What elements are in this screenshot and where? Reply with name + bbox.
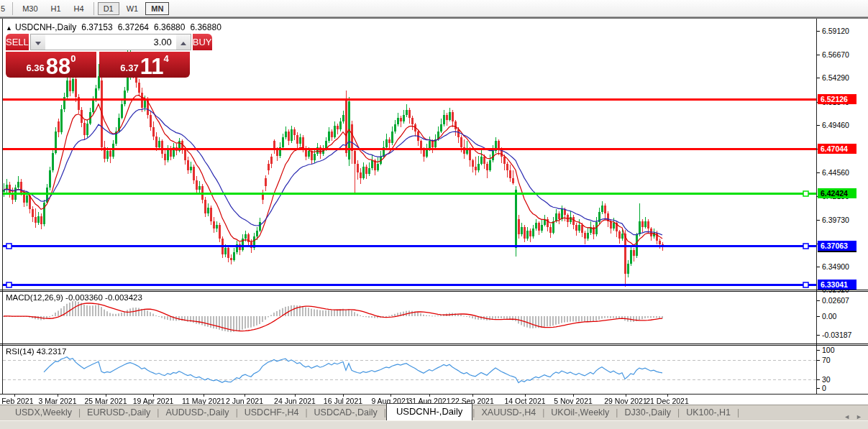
rsi-axis-tick: 70 bbox=[817, 356, 867, 364]
collapse-panel-icon[interactable]: ▲ bbox=[6, 24, 12, 32]
chart-tab-audusd-daily[interactable]: AUDUSD-,Daily bbox=[159, 405, 235, 420]
rsi-axis-tick: 30 bbox=[817, 375, 867, 384]
toolbar-separator bbox=[93, 2, 94, 15]
rsi-panel-separator-2 bbox=[0, 345, 868, 346]
date-axis-tick bbox=[153, 394, 154, 397]
macd-label: MACD(12,26,9) -0.003360 -0.003423 bbox=[6, 293, 142, 302]
date-axis-tick bbox=[14, 394, 15, 397]
tab-scroll-left-icon[interactable]: ◄ bbox=[844, 413, 850, 420]
price-axis-tick: 6.49460 bbox=[817, 121, 867, 129]
timeframe-button-5[interactable]: 5 bbox=[0, 2, 9, 15]
macd-axis-tick: 0.02607 bbox=[817, 296, 867, 305]
buy-price-main: 11 bbox=[140, 57, 164, 76]
price-axis-tick: 6.39730 bbox=[817, 216, 867, 224]
timeframe-button-D1[interactable]: D1 bbox=[98, 2, 119, 15]
sell-price-button[interactable]: 6.36 88 0 bbox=[6, 52, 96, 78]
macd-panel-separator-2 bbox=[0, 291, 868, 292]
chart-tab-ukoil-weekly[interactable]: UKOil-,Weekly bbox=[544, 405, 616, 420]
buy-price-pip: 4 bbox=[163, 53, 168, 64]
date-axis-tick bbox=[343, 394, 344, 397]
ohlc-close: 6.36880 bbox=[190, 22, 221, 32]
one-click-trading-panel: SELL BUY 6.36 88 0 6.37 11 4 bbox=[6, 34, 190, 78]
chart-title: ▲USDCNH-,Daily6.371536.372646.368806.368… bbox=[6, 22, 221, 32]
chart-tab-usdcnh-daily[interactable]: USDCNH-,Daily bbox=[386, 403, 472, 420]
date-axis-tick bbox=[245, 394, 245, 397]
date-axis-tick bbox=[573, 394, 574, 397]
sell-price-pip: 0 bbox=[70, 53, 76, 64]
date-axis-tick bbox=[295, 394, 296, 397]
chart-symbol-period: USDCNH-,Daily bbox=[15, 22, 76, 32]
level-price-label[interactable]: 6.52126 bbox=[818, 94, 856, 104]
date-axis-tick bbox=[58, 394, 58, 397]
chart-tab-eurusd-daily[interactable]: EURUSD-,Daily bbox=[81, 405, 157, 420]
volume-input[interactable] bbox=[45, 34, 176, 50]
chart-tab-usdchf-h4[interactable]: USDCHF-,H4 bbox=[238, 405, 306, 420]
macd-axis-tick: -0.03187 bbox=[817, 331, 867, 339]
level-price-label[interactable]: 6.47044 bbox=[818, 144, 856, 154]
timeframe-button-W1[interactable]: W1 bbox=[121, 2, 145, 15]
level-price-label[interactable]: 6.37063 bbox=[818, 241, 856, 251]
ohlc-open: 6.37153 bbox=[81, 22, 112, 32]
buy-price-button[interactable]: 6.37 11 4 bbox=[99, 52, 190, 78]
date-axis-tick bbox=[626, 394, 626, 397]
ohlc-low: 6.36880 bbox=[154, 22, 185, 32]
buy-button[interactable]: BUY bbox=[193, 34, 212, 50]
chart-bottom-border bbox=[0, 394, 868, 395]
buy-price-prefix: 6.37 bbox=[120, 63, 138, 73]
rsi-panel-separator[interactable] bbox=[0, 343, 868, 344]
tab-scroll-right-icon[interactable]: ► bbox=[856, 413, 862, 420]
chart-tab-dj30-daily[interactable]: DJ30-,Daily bbox=[618, 405, 677, 420]
date-axis-tick bbox=[472, 394, 473, 397]
rsi-label: RSI(14) 43.2317 bbox=[6, 347, 66, 356]
volume-spinner bbox=[30, 34, 191, 50]
volume-decrease-button[interactable] bbox=[31, 34, 45, 50]
tab-separator: | bbox=[737, 407, 739, 420]
date-axis-tick bbox=[390, 394, 391, 397]
macd-panel-separator[interactable] bbox=[0, 290, 868, 290]
timeframe-button-M30[interactable]: M30 bbox=[17, 2, 43, 15]
timeframe-button-H4[interactable]: H4 bbox=[68, 2, 90, 15]
chart-tab-bar: USDX,Weekly|EURUSD-,Daily|AUDUSD-,Daily|… bbox=[0, 405, 868, 420]
level-price-label[interactable]: 6.42424 bbox=[818, 188, 856, 198]
timeframe-button-MN[interactable]: MN bbox=[145, 2, 169, 15]
toolbar-separator bbox=[12, 2, 13, 15]
chart-tab-xauusd-h4[interactable]: XAUUSD-,H4 bbox=[475, 405, 542, 420]
status-bar bbox=[0, 420, 868, 429]
chart-tab-usdcad-daily[interactable]: USDCAD-,Daily bbox=[308, 405, 384, 420]
mt4-terminal-window: 5M30H1H4D1W1MN ▲USDCNH-,Daily6.371536.37… bbox=[0, 0, 868, 429]
date-axis-tick bbox=[429, 394, 430, 397]
date-axis-tick bbox=[525, 394, 526, 397]
arrow-down-icon bbox=[35, 42, 41, 45]
price-axis-tick: 6.54290 bbox=[817, 73, 867, 82]
arrow-up-icon bbox=[181, 42, 186, 45]
sell-price-prefix: 6.36 bbox=[26, 63, 44, 73]
price-axis-tick: 6.44560 bbox=[817, 168, 867, 177]
timeframe-toolbar: 5M30H1H4D1W1MN bbox=[0, 0, 868, 17]
date-axis-tick bbox=[204, 394, 204, 397]
ohlc-high: 6.37264 bbox=[118, 22, 149, 32]
chart-window: ▲USDCNH-,Daily6.371536.372646.368806.368… bbox=[0, 17, 868, 405]
rsi-indicator-canvas[interactable] bbox=[3, 346, 816, 393]
date-axis-tick bbox=[106, 394, 106, 397]
sell-button[interactable]: SELL bbox=[6, 34, 29, 50]
macd-axis-tick: 0.00 bbox=[817, 312, 867, 320]
chart-tab-uk100-h1[interactable]: UK100-,H1 bbox=[680, 405, 737, 420]
date-axis-tick bbox=[667, 394, 668, 397]
price-axis-tick: 6.34900 bbox=[817, 262, 867, 271]
rsi-axis-tick: 0 bbox=[817, 384, 867, 392]
chart-tab-usdx-weekly[interactable]: USDX,Weekly bbox=[9, 405, 78, 420]
price-axis-tick: 6.56670 bbox=[817, 50, 867, 59]
level-price-label[interactable]: 6.33041 bbox=[818, 280, 856, 290]
sell-price-main: 88 bbox=[46, 57, 70, 76]
price-axis-tick: 6.59120 bbox=[817, 27, 867, 35]
chart-left-border bbox=[2, 19, 3, 394]
timeframe-button-H1[interactable]: H1 bbox=[45, 2, 67, 15]
volume-increase-button[interactable] bbox=[176, 34, 191, 50]
rsi-axis-tick: 100 bbox=[817, 346, 867, 354]
